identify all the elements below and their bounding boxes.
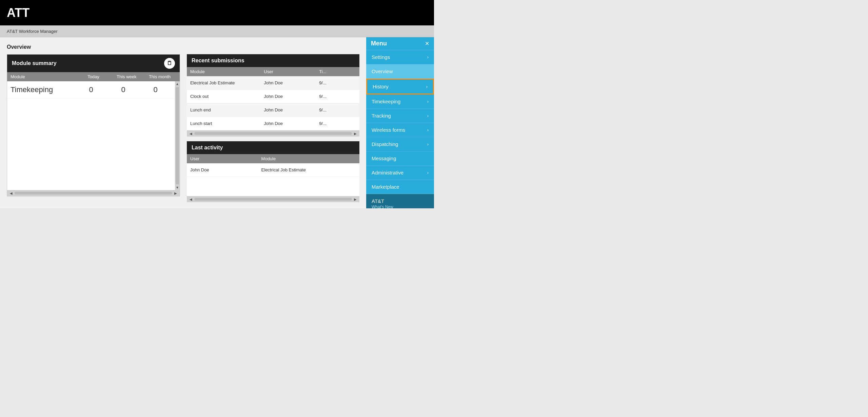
sidebar-item-label: Settings [372,54,390,60]
table-row: Timekeeping 0 0 0 [7,81,175,99]
table-row: Clock out John Doe 9/... [187,90,359,103]
row-time: 9/... [319,121,356,126]
row-time: 9/... [319,94,356,99]
last-activity-title: Last activity [192,145,223,151]
sidebar-item-label: Wireless forms [372,127,405,133]
sidebar-item-overview[interactable]: Overview [366,64,434,79]
subheader-text: AT&T Workforce Manager [7,29,58,34]
sidebar-item-marketplace[interactable]: Marketplace [366,180,434,194]
module-summary-header: Module summary 🗒 [7,55,180,72]
chevron-right-icon: › [427,128,429,132]
app-header: ATT [0,0,434,25]
col-header-module: Module [261,156,356,161]
module-summary-table-header: Module Today This week This month [7,72,180,81]
sidebar-item-dispatching[interactable]: Dispatching › [366,137,434,151]
menu-close-button[interactable]: ✕ [425,40,429,47]
scroll-left-arrow[interactable]: ◀ [188,197,194,201]
sidebar-menu: Menu ✕ Settings › Overview History › Tim… [366,37,434,208]
sidebar-item-history[interactable]: History › [366,79,434,95]
sidebar-item-label: Dispatching [372,141,398,147]
table-row: Lunch start John Doe 9/... [187,117,359,130]
row-time: 9/... [319,80,356,85]
module-summary-body-wrap: Timekeeping 0 0 0 ▲ ▼ [7,81,180,190]
sidebar-item-settings[interactable]: Settings › [366,50,434,64]
sidebar-item-label: Messaging [372,155,396,161]
main-content: Overview Module summary 🗒 Module Today T… [0,37,434,208]
last-activity-table-body: John Doe Electrical Job Estimate [187,163,359,196]
subheader: AT&T Workforce Manager [0,25,434,37]
content-area: Overview Module summary 🗒 Module Today T… [0,37,366,208]
app-title: ATT [7,6,29,20]
horizontal-scrollbar-la[interactable]: ◀ ▶ [187,196,359,202]
chevron-right-icon: › [427,113,429,118]
row-user: John Doe [190,167,261,172]
overview-title: Overview [7,44,359,50]
sidebar-item-label: History [373,84,389,89]
col-header-month: This month [143,74,176,79]
scroll-track[interactable] [194,198,352,201]
sidebar-item-timekeeping[interactable]: Timekeeping › [366,95,434,109]
last-activity-body-wrap: John Doe Electrical Job Estimate [187,163,359,196]
table-row: John Doe Electrical Job Estimate [187,163,359,177]
row-module: Electrical Job Estimate [190,80,264,85]
chevron-right-icon: › [427,142,429,147]
panels-row: Module summary 🗒 Module Today This week … [7,54,359,196]
chevron-right-icon: › [427,99,429,104]
row-user: John Doe [264,80,319,85]
row-user: John Doe [264,107,319,112]
scroll-right-arrow[interactable]: ▶ [353,197,358,201]
row-module: Clock out [190,94,264,99]
sidebar-item-att[interactable]: AT&T What's New [366,194,434,208]
col-header-time: Ti... [319,69,356,74]
col-header-week: This week [110,74,143,79]
chevron-right-icon: › [427,55,429,60]
col-header-today: Today [77,74,110,79]
sidebar-item-tracking[interactable]: Tracking › [366,109,434,123]
sidebar-item-label: Overview [372,68,393,74]
chevron-right-icon: › [427,170,429,175]
horizontal-scrollbar[interactable]: ◀ ▶ [7,190,180,196]
last-activity-table-header: User Module [187,154,359,163]
row-module: Timekeeping [11,85,75,94]
scroll-track[interactable] [194,132,352,135]
table-row: Lunch end John Doe 9/... [187,103,359,117]
scroll-right-arrow[interactable]: ▶ [173,191,178,195]
row-today: 0 [75,85,107,94]
row-month: 0 [139,85,172,94]
col-header-module: Module [190,69,264,74]
scroll-left-arrow[interactable]: ◀ [188,132,194,135]
row-module: Electrical Job Estimate [261,167,356,172]
sidebar-item-label: Administrative [372,170,403,175]
sidebar-item-administrative[interactable]: Administrative › [366,166,434,180]
table-row: Electrical Job Estimate John Doe 9/... [187,76,359,90]
sidebar-item-subtitle: What's New [372,205,393,208]
scroll-track[interactable] [15,192,172,194]
col-header-user: User [190,156,261,161]
sidebar-item-wireless-forms[interactable]: Wireless forms › [366,123,434,137]
recent-submissions-title: Recent submissions [192,58,244,64]
row-module: Lunch start [190,121,264,126]
sidebar-item-messaging[interactable]: Messaging [366,151,434,166]
horizontal-scrollbar-rs[interactable]: ◀ ▶ [187,130,359,137]
sidebar-item-label: Marketplace [372,184,399,190]
scroll-right-arrow[interactable]: ▶ [353,132,358,135]
recent-submissions-header: Recent submissions [187,54,359,67]
sidebar-item-label: Timekeeping [372,99,400,104]
row-week: 0 [107,85,139,94]
row-user: John Doe [264,94,319,99]
scroll-left-arrow[interactable]: ◀ [8,191,14,195]
sidebar-item-label: AT&T [372,198,384,204]
recent-submissions-panel: Recent submissions Module User Ti... Ele… [187,54,359,137]
last-activity-panel: Last activity User Module John Doe Elect… [187,141,359,202]
vertical-scrollbar[interactable]: ▲ ▼ [175,81,180,190]
module-summary-table-body: Timekeeping 0 0 0 [7,81,175,190]
sidebar-item-label: Tracking [372,113,391,119]
row-user: John Doe [264,121,319,126]
last-activity-header: Last activity [187,141,359,154]
recent-submissions-table-header: Module User Ti... [187,67,359,76]
col-header-module: Module [11,74,77,79]
module-summary-icon: 🗒 [164,58,175,69]
module-summary-panel: Module summary 🗒 Module Today This week … [7,54,180,196]
right-panels: Recent submissions Module User Ti... Ele… [187,54,359,196]
row-time: 9/... [319,107,356,112]
